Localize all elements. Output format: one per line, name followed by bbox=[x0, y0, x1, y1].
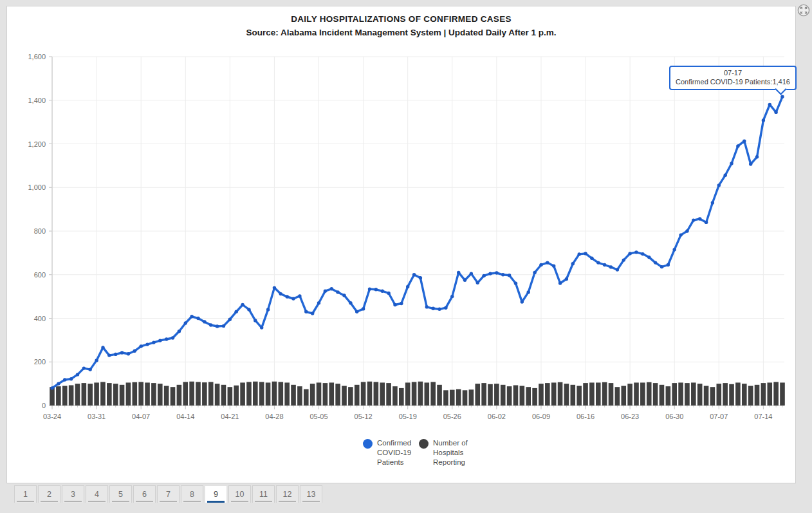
tooltip-label: Confirmed COVID-19 Patients: bbox=[676, 78, 772, 86]
svg-text:1,600: 1,600 bbox=[28, 53, 46, 61]
svg-text:1,200: 1,200 bbox=[28, 140, 46, 148]
svg-text:04-21: 04-21 bbox=[221, 413, 239, 420]
svg-text:05-19: 05-19 bbox=[399, 413, 417, 420]
page-button-10[interactable]: 10 bbox=[228, 485, 251, 503]
svg-text:800: 800 bbox=[34, 227, 46, 235]
svg-text:1,400: 1,400 bbox=[28, 97, 46, 104]
svg-text:07-07: 07-07 bbox=[710, 413, 728, 420]
svg-text:04-28: 04-28 bbox=[265, 413, 283, 420]
svg-text:400: 400 bbox=[34, 315, 46, 322]
svg-text:03-24: 03-24 bbox=[43, 413, 61, 420]
page-button-5[interactable]: 5 bbox=[109, 485, 132, 503]
chart-legend: Confirmed COVID-19 Patients Number of Ho… bbox=[363, 438, 475, 467]
svg-text:1,000: 1,000 bbox=[28, 183, 46, 191]
svg-text:06-30: 06-30 bbox=[665, 413, 683, 420]
svg-text:06-16: 06-16 bbox=[577, 413, 595, 420]
svg-text:06-09: 06-09 bbox=[532, 413, 550, 420]
chart-card: DAILY HOSPITALIZATIONS OF CONFIRMED CASE… bbox=[6, 6, 796, 483]
data-tooltip: 07-17 Confirmed COVID-19 Patients:1,416 bbox=[669, 66, 797, 90]
svg-text:05-12: 05-12 bbox=[355, 413, 373, 420]
page-button-4[interactable]: 4 bbox=[86, 485, 108, 503]
page-button-9[interactable]: 9 bbox=[205, 485, 227, 503]
page-button-7[interactable]: 7 bbox=[157, 485, 180, 503]
svg-text:600: 600 bbox=[34, 271, 46, 279]
page-button-11[interactable]: 11 bbox=[252, 485, 275, 503]
page-button-12[interactable]: 12 bbox=[276, 485, 299, 503]
page-button-8[interactable]: 8 bbox=[181, 485, 203, 503]
svg-text:0: 0 bbox=[42, 402, 46, 409]
svg-text:07-14: 07-14 bbox=[754, 413, 772, 420]
svg-text:03-31: 03-31 bbox=[88, 413, 106, 420]
page-button-1[interactable]: 1 bbox=[14, 485, 37, 503]
svg-text:04-14: 04-14 bbox=[176, 413, 194, 420]
legend-item-hospitals-reporting[interactable]: Number of Hospitals Reporting bbox=[419, 438, 468, 467]
legend-dot-blue-icon bbox=[363, 439, 373, 449]
svg-text:05-26: 05-26 bbox=[443, 413, 461, 420]
page-button-3[interactable]: 3 bbox=[62, 485, 84, 503]
svg-text:200: 200 bbox=[34, 358, 46, 366]
page-button-6[interactable]: 6 bbox=[133, 485, 156, 503]
legend-item-confirmed-patients[interactable]: Confirmed COVID-19 Patients bbox=[363, 438, 411, 467]
svg-text:06-02: 06-02 bbox=[488, 413, 506, 420]
page-button-2[interactable]: 2 bbox=[38, 485, 60, 503]
tooltip-date: 07-17 bbox=[670, 69, 795, 77]
pagination: 12345678910111213 bbox=[14, 485, 324, 503]
svg-text:04-07: 04-07 bbox=[132, 413, 150, 420]
page-button-13[interactable]: 13 bbox=[300, 485, 322, 503]
legend-dot-gray-icon bbox=[419, 439, 429, 449]
legend-label: Number of Hospitals Reporting bbox=[433, 438, 468, 467]
legend-label: Confirmed COVID-19 Patients bbox=[377, 438, 411, 467]
tooltip-value-line: Confirmed COVID-19 Patients:1,416 bbox=[670, 78, 795, 86]
svg-text:05-05: 05-05 bbox=[309, 413, 328, 420]
expand-icon[interactable] bbox=[797, 3, 811, 17]
svg-text:06-23: 06-23 bbox=[621, 413, 639, 420]
